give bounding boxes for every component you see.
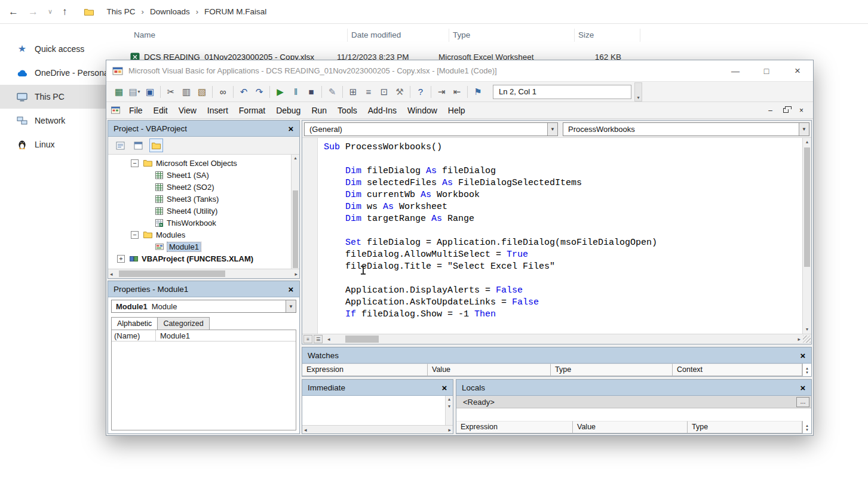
scroll-down-icon[interactable]: ▾ [806, 327, 808, 333]
maximize-button[interactable]: □ [751, 60, 782, 81]
toggle-folders-icon[interactable] [149, 139, 163, 152]
column-header-type[interactable]: Type [688, 421, 802, 433]
menu-addins[interactable]: Add-Ins [363, 104, 402, 117]
property-row[interactable]: (Name) Module1 [112, 330, 296, 341]
design-mode-button[interactable]: ✎ [324, 84, 340, 100]
scroll-up-icon[interactable]: ▴ [448, 396, 450, 402]
outdent-button[interactable]: ⇤ [449, 84, 465, 100]
tree-toggle-icon[interactable]: − [131, 231, 139, 239]
object-selector-dropdown[interactable]: Module1 Module ▼ [111, 300, 296, 313]
tab-categorized[interactable]: Categorized [158, 317, 209, 330]
child-minimize-button[interactable]: – [763, 104, 777, 116]
scroll-left-icon[interactable]: ◂ [304, 427, 307, 433]
menu-run[interactable]: Run [306, 104, 332, 117]
sidebar-item-this-pc[interactable]: This PC [0, 85, 111, 109]
watches-close-icon[interactable]: × [798, 350, 808, 361]
property-value[interactable]: Module1 [156, 330, 296, 341]
tree-toggle-icon[interactable]: + [117, 255, 125, 263]
scroll-right-icon[interactable]: ▸ [295, 271, 297, 277]
menu-debug[interactable]: Debug [271, 104, 306, 117]
project-tree-item[interactable]: Module1 [108, 241, 291, 253]
menu-window[interactable]: Window [402, 104, 443, 117]
column-spinner-icon[interactable]: ▴▾ [802, 364, 811, 376]
child-close-button[interactable]: × [795, 104, 808, 116]
recent-locations-dropdown-icon[interactable]: ∨ [48, 8, 53, 16]
undo-button[interactable]: ↶ [236, 84, 251, 100]
menu-tools[interactable]: Tools [332, 104, 363, 117]
project-vertical-scrollbar[interactable]: ▴ ▾ [291, 155, 299, 269]
properties-close-icon[interactable]: × [286, 284, 296, 294]
menu-insert[interactable]: Insert [202, 104, 234, 117]
breakpoint-margin[interactable] [302, 138, 318, 334]
find-button[interactable]: ∞ [215, 84, 231, 100]
project-tree-item[interactable]: Sheet3 (Tanks) [108, 193, 291, 205]
view-object-icon[interactable] [131, 139, 145, 152]
scroll-left-icon[interactable]: ◂ [327, 336, 330, 342]
project-tree-item[interactable]: Sheet1 (SA) [108, 169, 291, 181]
column-header-value[interactable]: Value [428, 364, 551, 376]
chevron-down-icon[interactable]: ▼ [286, 300, 296, 312]
menu-edit[interactable]: Edit [148, 104, 173, 117]
code-horizontal-scrollbar[interactable]: ≡ ☰ ◂ ▸ [302, 334, 811, 344]
column-header-type[interactable]: Type [449, 29, 575, 42]
project-tree-item[interactable]: Sheet2 (SO2) [108, 181, 291, 193]
breadcrumb-item[interactable]: FORUM M.Faisal [203, 6, 268, 17]
menu-view[interactable]: View [173, 104, 202, 117]
view-excel-button[interactable]: ▦ [111, 84, 127, 100]
project-close-icon[interactable]: × [286, 123, 296, 134]
scroll-thumb[interactable] [345, 336, 379, 343]
column-header-expression[interactable]: Expression [456, 421, 573, 433]
child-restore-button[interactable] [779, 104, 793, 116]
menu-help[interactable]: Help [443, 104, 471, 117]
immediate-panel-header[interactable]: Immediate × [302, 380, 453, 396]
run-button[interactable]: ▶ [272, 84, 288, 100]
break-button[interactable]: ‖ [288, 84, 303, 100]
scroll-right-icon[interactable]: ▸ [798, 336, 800, 342]
dropdown-arrow-icon[interactable]: ▾ [138, 89, 140, 94]
column-header-date-modified[interactable]: Date modified [348, 29, 449, 42]
toolbox-button[interactable]: ⚒ [392, 84, 407, 100]
chevron-down-icon[interactable]: ▼ [547, 123, 557, 136]
scroll-left-icon[interactable]: ◂ [110, 271, 113, 277]
properties-panel-header[interactable]: Properties - Module1 × [108, 281, 299, 297]
object-browser-button[interactable]: ⊡ [376, 84, 392, 100]
column-header-context[interactable]: Context [673, 364, 802, 376]
call-stack-button[interactable]: ... [796, 397, 809, 407]
help-button[interactable]: ? [413, 84, 428, 100]
properties-window-button[interactable]: ≡ [361, 84, 376, 100]
save-button[interactable]: ▣ [142, 84, 158, 100]
insert-userform-button[interactable]: ▤▾ [127, 84, 142, 100]
column-header-size[interactable]: Size [575, 29, 640, 42]
up-icon[interactable]: ↑ [62, 6, 68, 18]
scroll-thumb[interactable] [804, 147, 810, 267]
scroll-right-icon[interactable]: ▸ [448, 427, 451, 433]
menu-file[interactable]: File [124, 104, 148, 117]
full-module-view-icon[interactable]: ☰ [314, 335, 323, 343]
column-header-name[interactable]: Name [130, 29, 348, 42]
project-tree-item[interactable]: −Microsoft Excel Objects [108, 157, 291, 169]
code-vertical-scrollbar[interactable]: ▴ ▾ [802, 138, 811, 334]
locals-panel-header[interactable]: Locals × [456, 380, 811, 396]
sidebar-item-linux[interactable]: Linux [0, 133, 111, 156]
redo-button[interactable]: ↷ [251, 84, 267, 100]
sidebar-item-quick-access[interactable]: ★ Quick access [0, 37, 111, 61]
code-editor[interactable]: Sub ProcessWorkbooks() Dim fileDialog As… [318, 138, 802, 334]
forward-icon[interactable]: → [28, 6, 38, 18]
immediate-vertical-scrollbar[interactable]: ▴ ▾ [445, 396, 453, 425]
immediate-close-icon[interactable]: × [439, 382, 450, 393]
tab-alphabetic[interactable]: Alphabetic [111, 317, 158, 330]
project-tree-item[interactable]: ThisWorkbook [108, 217, 291, 229]
column-spinner-icon[interactable]: ▴▾ [802, 421, 811, 433]
project-tree-item[interactable]: Sheet4 (Utility) [108, 205, 291, 217]
procedure-view-icon[interactable]: ≡ [303, 335, 312, 343]
breadcrumb-item[interactable]: Downloads [148, 6, 192, 17]
close-button[interactable]: × [782, 60, 813, 81]
cut-button[interactable]: ✂ [163, 84, 179, 100]
vba-title-bar[interactable]: Microsoft Visual Basic for Applications … [106, 60, 813, 81]
scroll-thumb[interactable] [293, 190, 298, 268]
bookmark-button[interactable]: ⚑ [470, 84, 486, 100]
object-dropdown[interactable]: (General) ▼ [304, 122, 558, 136]
tree-toggle-icon[interactable]: − [131, 159, 139, 167]
procedure-dropdown[interactable]: ProcessWorkbooks ▼ [563, 122, 809, 136]
minimize-button[interactable]: — [720, 60, 751, 81]
